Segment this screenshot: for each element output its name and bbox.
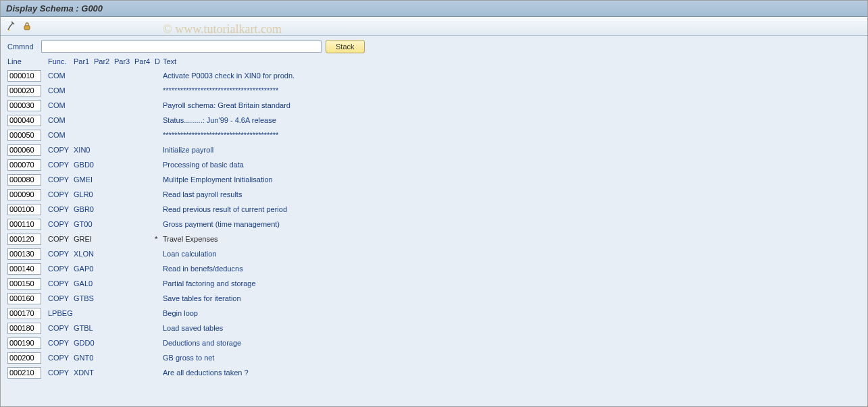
line-number-input[interactable] bbox=[7, 337, 41, 349]
cell-par1: GNT0 bbox=[74, 354, 94, 362]
table-row: COM*************************************… bbox=[7, 128, 861, 142]
cell-text: Read in benefs/deducns bbox=[163, 265, 243, 273]
line-number-input[interactable] bbox=[7, 352, 41, 364]
table-row: COPYXDNTAre all deductions taken ? bbox=[7, 365, 861, 380]
cell-func: COPY bbox=[48, 265, 74, 273]
cell-text: Begin loop bbox=[163, 309, 198, 317]
table-row: COPYGREI*Travel Expenses bbox=[7, 232, 861, 246]
table-row: COPYGTBSSave tables for iteration bbox=[7, 291, 861, 306]
cell-func: COPY bbox=[48, 146, 74, 154]
header-par3: Par3 bbox=[114, 57, 134, 65]
table-row: COPYGTBLLoad saved tables bbox=[7, 321, 861, 335]
header-line: Line bbox=[7, 57, 48, 65]
cell-func: COPY bbox=[48, 161, 74, 169]
cell-func: COM bbox=[48, 72, 74, 80]
header-par4: Par4 bbox=[134, 57, 155, 65]
toggle-display-icon[interactable] bbox=[6, 20, 18, 32]
line-number-input[interactable] bbox=[7, 323, 41, 334]
cell-func: COPY bbox=[48, 354, 74, 362]
table-row: COPYGLR0Read last payroll results bbox=[7, 187, 861, 202]
line-number-input[interactable] bbox=[7, 248, 41, 260]
cell-text: Gross payment (time management) bbox=[163, 220, 280, 228]
cell-text: Mulitple Employment Initialisation bbox=[163, 175, 273, 184]
header-func: Func. bbox=[48, 57, 74, 65]
cell-text: Payroll schema: Great Britain standard bbox=[163, 101, 290, 109]
cell-func: COPY bbox=[48, 324, 74, 332]
cell-par1: GT00 bbox=[74, 220, 94, 228]
cell-text: Read last payroll results bbox=[163, 190, 242, 198]
line-number-input[interactable] bbox=[7, 159, 41, 171]
line-number-input[interactable] bbox=[7, 367, 41, 379]
stack-button[interactable]: Stack bbox=[326, 40, 365, 53]
svg-rect-0 bbox=[24, 26, 30, 30]
cell-text: **************************************** bbox=[163, 86, 278, 94]
cell-par1: GTBS bbox=[74, 294, 94, 302]
cell-func: COPY bbox=[48, 235, 74, 243]
line-number-input[interactable] bbox=[7, 189, 41, 200]
cell-par1: XIN0 bbox=[74, 146, 94, 154]
cell-func: COPY bbox=[48, 175, 74, 184]
table-row: COPYGT00Gross payment (time management) bbox=[7, 217, 861, 232]
cell-par1: GDD0 bbox=[74, 339, 94, 347]
column-headers: Line Func. Par1 Par2 Par3 Par4 D Text bbox=[7, 56, 861, 68]
cell-func: COPY bbox=[48, 220, 74, 228]
cell-par1: GBR0 bbox=[74, 205, 94, 213]
table-row: COPYGBD0Processing of basic data bbox=[7, 157, 861, 172]
cell-func: COPY bbox=[48, 369, 74, 377]
line-number-input[interactable] bbox=[7, 219, 41, 230]
cell-text: Deductions and storage bbox=[163, 339, 241, 347]
cell-text: Status.........: Jun'99 - 4.6A release bbox=[163, 116, 276, 124]
line-number-input[interactable] bbox=[7, 115, 41, 126]
lock-icon[interactable] bbox=[21, 20, 33, 32]
line-number-input[interactable] bbox=[7, 278, 41, 290]
table-row: COMPayroll schema: Great Britain standar… bbox=[7, 98, 861, 113]
line-number-input[interactable] bbox=[7, 130, 41, 141]
cell-par1: GTBL bbox=[74, 324, 94, 332]
window-title: Display Schema : G000 bbox=[6, 3, 103, 13]
cell-text: Travel Expenses bbox=[163, 235, 218, 243]
table-row: COMActivate P0003 check in XIN0 for prod… bbox=[7, 68, 861, 83]
cell-text: Read previous result of current period bbox=[163, 205, 287, 213]
cell-par1: GREI bbox=[74, 235, 94, 243]
header-d: D bbox=[155, 57, 163, 65]
table-row: COPYGBR0Read previous result of current … bbox=[7, 202, 861, 217]
line-number-input[interactable] bbox=[7, 263, 41, 275]
cell-func: COM bbox=[48, 101, 74, 109]
line-number-input[interactable] bbox=[7, 174, 41, 186]
cell-func: LPBEG bbox=[48, 309, 74, 317]
line-number-input[interactable] bbox=[7, 100, 41, 111]
table-row: COPYGAL0Partial factoring and storage bbox=[7, 276, 861, 291]
table-row: COPYGMEIMulitple Employment Initialisati… bbox=[7, 172, 861, 187]
cell-func: COPY bbox=[48, 190, 74, 198]
line-number-input[interactable] bbox=[7, 144, 41, 156]
cell-func: COPY bbox=[48, 279, 74, 288]
cell-text: Load saved tables bbox=[163, 324, 223, 332]
cell-text: Are all deductions taken ? bbox=[163, 369, 249, 377]
table-row: COPYXLONLoan calculation bbox=[7, 246, 861, 261]
table-row: LPBEGBegin loop bbox=[7, 306, 861, 321]
line-number-input[interactable] bbox=[7, 234, 41, 245]
cell-func: COPY bbox=[48, 205, 74, 213]
cell-func: COM bbox=[48, 131, 74, 139]
header-par2: Par2 bbox=[94, 57, 114, 65]
cell-text: Activate P0003 check in XIN0 for prodn. bbox=[163, 72, 295, 80]
cell-par1: XLON bbox=[74, 250, 94, 258]
line-number-input[interactable] bbox=[7, 293, 41, 304]
title-bar: Display Schema : G000 bbox=[1, 1, 867, 17]
table-row: COPYGAP0Read in benefs/deducns bbox=[7, 261, 861, 276]
cell-func: COPY bbox=[48, 339, 74, 347]
cell-text: **************************************** bbox=[163, 131, 278, 139]
line-number-input[interactable] bbox=[7, 204, 41, 215]
line-number-input[interactable] bbox=[7, 308, 41, 319]
cell-par1: GBD0 bbox=[74, 161, 94, 169]
line-number-input[interactable] bbox=[7, 70, 41, 82]
cell-par1: GMEI bbox=[74, 175, 94, 184]
table-row: COM*************************************… bbox=[7, 83, 861, 98]
cell-text: Initialize payroll bbox=[163, 146, 213, 154]
command-input[interactable] bbox=[41, 40, 322, 53]
line-number-input[interactable] bbox=[7, 85, 41, 97]
cell-par1: GAP0 bbox=[74, 265, 94, 273]
cell-par1: XDNT bbox=[74, 369, 94, 377]
table-row: COPYGDD0Deductions and storage bbox=[7, 335, 861, 350]
cell-par1: GLR0 bbox=[74, 190, 94, 198]
